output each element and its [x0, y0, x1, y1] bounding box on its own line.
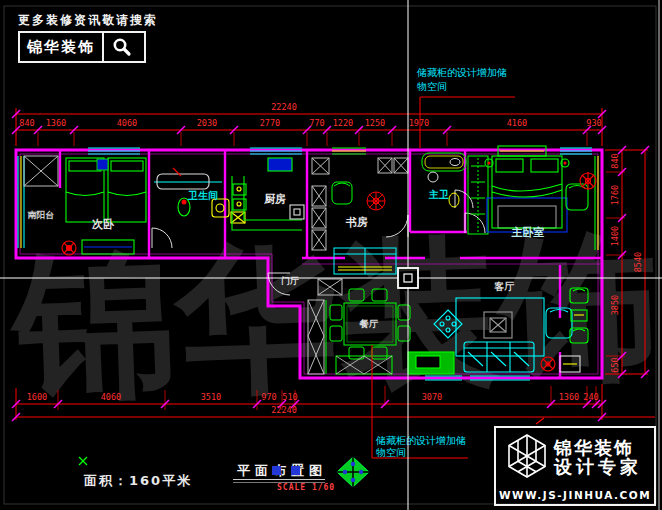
footer-website: WWW.JS-JINHUA.COM — [496, 489, 654, 501]
room-label-kitchen: 厨房 — [263, 193, 286, 206]
footer-brand-slogan: 设计专家 — [554, 458, 642, 477]
room-balcony-furniture — [24, 156, 58, 186]
area-label: 面积：160平米 — [84, 472, 192, 490]
svg-text:840: 840 — [19, 118, 34, 128]
drawing-scale: SCALE 1/60 — [277, 483, 335, 492]
room-label-dining: 餐厅 — [359, 318, 380, 329]
svg-text:1360: 1360 — [46, 118, 66, 128]
svg-text:2030: 2030 — [197, 118, 217, 128]
svg-text:4060: 4060 — [101, 392, 121, 402]
svg-text:22240: 22240 — [271, 405, 297, 415]
svg-text:8540: 8540 — [633, 252, 643, 272]
svg-text:770: 770 — [309, 118, 324, 128]
cad-blip — [79, 457, 87, 465]
room-label-balcony: 南阳台 — [28, 210, 55, 220]
room-label-master: 主卧室 — [512, 226, 545, 239]
selection-grip — [291, 466, 300, 475]
footer-brand-box: 锦华装饰 设计专家 WWW.JS-JINHUA.COM — [494, 426, 656, 506]
svg-text:1250: 1250 — [365, 118, 385, 128]
watermark-text: 锦华装饰 — [7, 211, 662, 421]
green-diamond-icon — [337, 457, 369, 487]
svg-text:1220: 1220 — [333, 118, 353, 128]
svg-text:840: 840 — [610, 153, 620, 168]
svg-text:240: 240 — [583, 392, 598, 402]
selection-grip — [272, 466, 281, 475]
room-label-living: 客厅 — [493, 281, 515, 292]
svg-text:930: 930 — [586, 118, 601, 128]
svg-text:510: 510 — [282, 392, 297, 402]
svg-text:1600: 1600 — [27, 392, 47, 402]
svg-text:1970: 1970 — [409, 118, 429, 128]
cube-logo-icon — [504, 432, 550, 484]
drawing-title: 平面布置图 — [237, 462, 327, 480]
svg-text:1360: 1360 — [559, 392, 579, 402]
room-label-bedroom2: 次卧 — [92, 218, 115, 231]
svg-text:储藏柜的设计增加储: 储藏柜的设计增加储 — [416, 67, 507, 78]
svg-text:3510: 3510 — [201, 392, 221, 402]
leader-annotation-top: 储藏柜的设计增加储 物空间 — [416, 67, 515, 148]
svg-text:物空间: 物空间 — [376, 447, 406, 458]
room-label-study: 书房 — [345, 216, 368, 229]
svg-text:1400: 1400 — [610, 226, 620, 246]
cad-drawing-canvas[interactable]: 更多装修资讯敬请搜索 锦华装饰 锦华装饰 — [0, 0, 662, 510]
svg-text:4160: 4160 — [507, 118, 527, 128]
svg-text:22240: 22240 — [271, 102, 297, 112]
title-underline — [233, 479, 325, 480]
dimension-chain-top: 22240 840 1360 4060 2030 2770 770 1220 1… — [12, 102, 606, 146]
svg-text:物空间: 物空间 — [417, 81, 447, 92]
svg-text:2770: 2770 — [260, 118, 280, 128]
svg-text:650: 650 — [610, 357, 620, 372]
room-label-masterbath: 主卫 — [428, 189, 449, 200]
room-label-bathroom: 卫生间 — [187, 190, 218, 201]
svg-text:1760: 1760 — [610, 185, 620, 205]
svg-text:3070: 3070 — [422, 392, 442, 402]
svg-text:970: 970 — [261, 392, 276, 402]
svg-text:储藏柜的设计增加储: 储藏柜的设计增加储 — [375, 435, 466, 446]
svg-text:3850: 3850 — [610, 295, 620, 315]
svg-text:4060: 4060 — [117, 118, 137, 128]
